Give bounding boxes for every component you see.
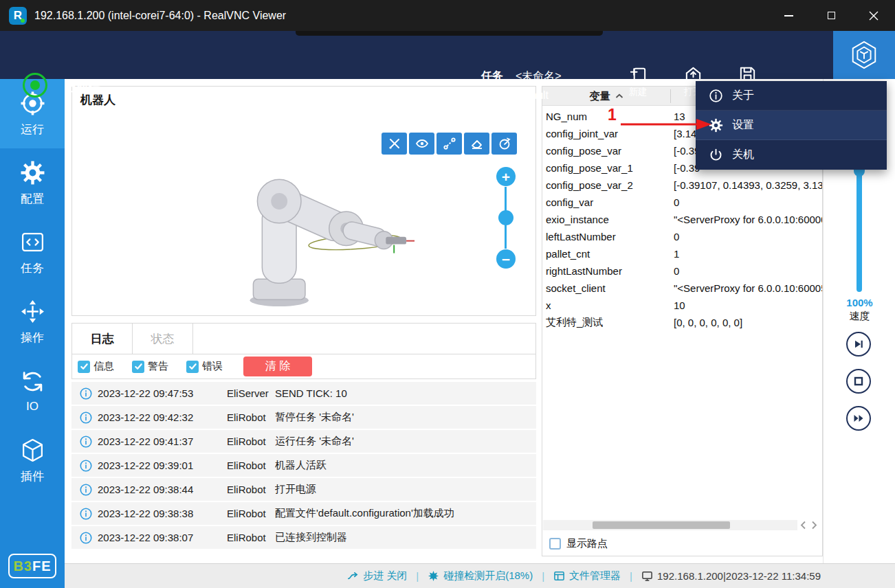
robot-arm-figure[interactable] (72, 87, 535, 315)
clear-log-button[interactable]: 清除 (243, 357, 312, 376)
variable-row[interactable]: exio_instance"<ServerProxy for 6.0.0.10:… (542, 211, 822, 228)
filter-checkbox-warning[interactable] (132, 361, 144, 373)
speed-slider-track[interactable] (857, 161, 862, 292)
variable-name: config_pose_var_2 (542, 179, 670, 191)
filter-label-info: 信息 (93, 360, 114, 373)
variable-value: 0 (670, 196, 822, 208)
sidebar-item-task[interactable]: 任务 (0, 218, 65, 287)
log-row: 2023-12-22 09:39:01 EliRobot 机器人活跃 (71, 454, 536, 477)
variable-row[interactable]: x10 (542, 297, 822, 314)
visibility-button[interactable] (409, 133, 434, 155)
annotation-arrow (618, 116, 714, 133)
new-task-button[interactable]: 新建 (616, 65, 660, 108)
scroll-arrows (797, 520, 821, 530)
zoom-slider-handle[interactable] (498, 210, 513, 225)
filter-checkbox-info[interactable] (78, 361, 90, 373)
robot-toolbar (382, 133, 517, 155)
cube-icon (20, 438, 45, 463)
trajectory-button[interactable] (437, 133, 462, 155)
variable-row[interactable]: pallet_cnt1 (542, 245, 822, 262)
log-message: SEND TICK: 10 (275, 387, 536, 399)
zoom-in-button[interactable]: + (496, 167, 516, 186)
step-label: 步进 关闭 (363, 569, 407, 583)
config-value: default (516, 89, 549, 102)
fast-forward-icon (853, 413, 864, 424)
variable-name: config_var (542, 196, 670, 208)
variable-name: config_pose_var (542, 145, 670, 157)
sidebar: 运行 配置 任务 操作 IO 插件 B3FE (0, 79, 65, 588)
scrollbar-thumb[interactable] (593, 521, 730, 529)
fast-forward-button[interactable] (846, 406, 871, 431)
task-value: <未命名> (516, 69, 562, 84)
sidebar-label-task: 任务 (21, 260, 44, 276)
folder-icon (553, 570, 565, 582)
check-icon (134, 362, 143, 371)
vnc-toolbar-strip[interactable] (296, 31, 603, 36)
sidebar-label-plugin: 插件 (21, 468, 44, 484)
status-file-manager[interactable]: 文件管理器 (553, 569, 621, 583)
log-time: 2023-12-22 09:38:38 (98, 508, 227, 519)
menu-item-shutdown[interactable]: 关机 (696, 140, 887, 170)
tab-status[interactable]: 状态 (133, 324, 193, 354)
variable-name: leftLastNumber (542, 231, 670, 242)
chevron-right-icon[interactable] (811, 521, 817, 530)
variable-value: [-0.39107, 0.14393, 0.3259, 3.1325 (670, 179, 822, 191)
variable-row[interactable]: socket_client"<ServerProxy for 6.0.0.10:… (542, 280, 822, 297)
sidebar-item-io[interactable]: IO (0, 357, 65, 426)
step-forward-button[interactable] (846, 332, 871, 357)
info-icon (80, 436, 92, 448)
variable-name: rightLastNumber (542, 265, 670, 277)
stop-button[interactable] (846, 369, 871, 394)
maximize-button[interactable] (810, 0, 852, 31)
checkbox-unchecked-icon (549, 538, 561, 550)
log-source: EliRobot (227, 484, 275, 495)
variable-row[interactable]: config_var0 (542, 194, 822, 211)
status-text: 已暂停 (65, 79, 100, 95)
logo-letter: R (14, 9, 22, 23)
sidebar-item-plugin[interactable]: 插件 (0, 426, 65, 495)
robot-brand-icon (848, 39, 880, 71)
status-separator: | (542, 570, 544, 582)
tools-button[interactable] (382, 133, 407, 155)
minimize-button[interactable] (767, 0, 810, 31)
close-button[interactable] (852, 0, 895, 31)
filter-label-warning: 警告 (148, 360, 168, 373)
window-controls (767, 0, 895, 31)
minimize-icon (784, 15, 793, 16)
sidebar-label-run: 运行 (21, 122, 44, 137)
menu-label-about: 关于 (732, 89, 754, 103)
speed-clock-button[interactable] (491, 133, 517, 155)
context-menu: 关于 设置 关机 (696, 81, 887, 170)
menu-item-about[interactable]: 关于 (696, 81, 887, 111)
show-waypoints-checkbox[interactable]: 显示路点 (549, 537, 608, 550)
log-message: 机器人活跃 (275, 459, 536, 472)
log-rows: 2023-12-22 09:47:53 EliServer SEND TICK:… (71, 382, 536, 549)
status-dot-icon (30, 80, 40, 90)
log-time: 2023-12-22 09:42:32 (98, 411, 227, 423)
eraser-button[interactable] (464, 133, 489, 155)
brand-logo-button[interactable] (833, 31, 895, 79)
variable-row[interactable]: config_pose_var_2[-0.39107, 0.14393, 0.3… (542, 177, 822, 194)
status-step[interactable]: 步进 关闭 (347, 569, 407, 583)
annotation-number: 1 (608, 106, 617, 124)
log-time: 2023-12-22 09:39:01 (98, 460, 227, 471)
variable-value: "<ServerProxy for 6.0.0.10:60000, (670, 214, 822, 225)
app-header: 已暂停 任务 <未命名> 配置 default 新建 打开 保存 (0, 31, 895, 79)
variable-value: "<ServerProxy for 6.0.0.10:60005, (670, 282, 822, 294)
variable-name: socket_client (542, 282, 670, 294)
robot-status-indicator[interactable] (23, 73, 47, 98)
variable-row[interactable]: leftLastNumber0 (542, 228, 822, 245)
path-nodes-icon (443, 137, 456, 150)
variable-row[interactable]: 艾利特_测试[0, 0, 0, 0, 0, 0] (542, 314, 822, 331)
variable-row[interactable]: rightLastNumber0 (542, 262, 822, 280)
horizontal-scrollbar[interactable] (543, 520, 797, 530)
filter-checkbox-error[interactable] (186, 361, 199, 373)
chevron-left-icon[interactable] (800, 521, 806, 530)
menu-item-settings[interactable]: 设置 (696, 111, 887, 140)
tab-log[interactable]: 日志 (72, 324, 133, 354)
zoom-out-button[interactable]: − (496, 249, 516, 269)
sidebar-item-operate[interactable]: 操作 (0, 287, 65, 357)
sidebar-item-config[interactable]: 配置 (0, 148, 65, 218)
status-collision[interactable]: 碰撞检测开启(18%) (428, 569, 533, 583)
log-filter-row: 信息 警告 错误 清除 (71, 354, 536, 379)
